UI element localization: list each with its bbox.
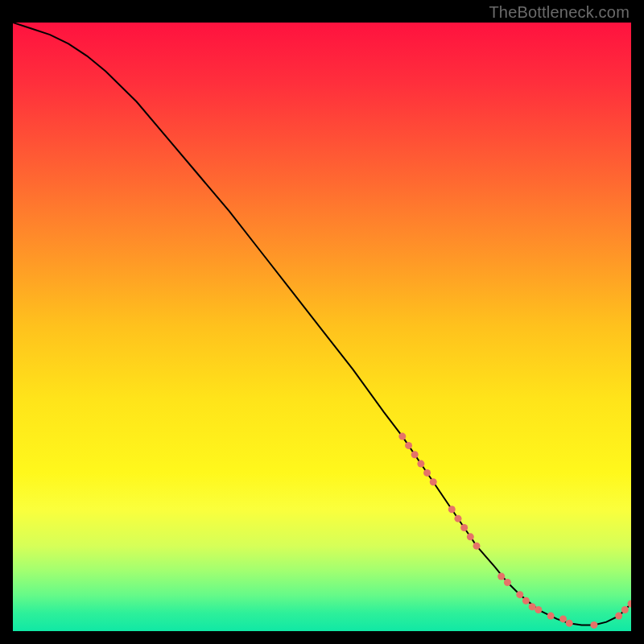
data-point [590,621,597,629]
data-point [535,606,542,613]
data-point [405,442,412,449]
data-point [467,533,474,540]
watermark-text: TheBottleneck.com [489,3,630,22]
data-point [621,606,629,613]
data-point [473,543,481,550]
data-point [423,469,431,477]
data-point [559,615,567,622]
data-point [497,572,505,580]
data-point [547,613,555,620]
data-point [566,620,573,627]
data-point [529,603,536,610]
data-point [615,613,622,620]
plot-area [13,23,631,631]
data-point [417,460,424,468]
gradient-background [13,23,631,631]
data-point [454,515,461,522]
data-point [448,506,456,513]
data-point [460,524,468,531]
data-point [411,451,419,458]
data-point [504,579,511,586]
data-point [522,597,530,605]
data-point [516,591,523,598]
data-point [398,433,406,440]
data-point [430,478,437,485]
chart-stage: TheBottleneck.com [0,0,644,644]
chart-svg [13,23,631,631]
